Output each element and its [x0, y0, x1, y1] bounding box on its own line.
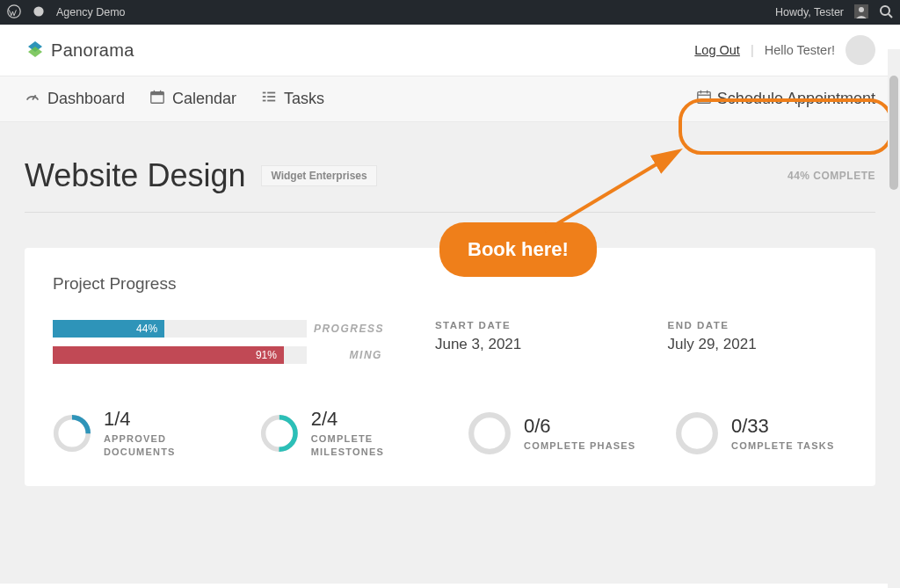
end-date-value: July 29, 2021 [667, 336, 847, 353]
page-title: Website Design [25, 157, 245, 194]
stat-item: 0/6COMPLETE PHASES [468, 408, 640, 460]
brand-mark-icon [25, 40, 46, 61]
header: Panorama Log Out | Hello Tester! [0, 25, 900, 76]
svg-line-5 [889, 14, 892, 18]
wordpress-logo-icon[interactable] [7, 4, 21, 21]
progress-ring-icon [260, 411, 299, 455]
gauge-icon [25, 89, 40, 109]
site-name[interactable]: Agency Demo [56, 6, 126, 18]
svg-rect-14 [267, 92, 275, 94]
list-icon [261, 89, 277, 109]
nav-tasks[interactable]: Tasks [261, 89, 324, 109]
svg-rect-18 [267, 100, 275, 102]
stat-item: 2/4COMPLETE MILESTONES [260, 408, 432, 460]
logout-link[interactable]: Log Out [694, 43, 740, 57]
avatar[interactable] [846, 35, 875, 65]
brand-name: Panorama [51, 40, 134, 61]
svg-rect-17 [263, 100, 266, 102]
title-row: Website Design Widget Enterprises 44% CO… [25, 157, 875, 213]
svg-point-4 [881, 6, 889, 15]
schedule-appointment-button[interactable]: Schedule Appointment [696, 89, 875, 109]
stat-item: 1/4APPROVED DOCUMENTS [53, 408, 225, 460]
stat-value: 0/6 [524, 415, 635, 438]
progress-card: Project Progress 44% PROGRESS [25, 248, 875, 486]
user-area: Log Out | Hello Tester! [694, 35, 875, 65]
site-icon[interactable] [32, 4, 46, 21]
stats-row: 1/4APPROVED DOCUMENTS2/4COMPLETE MILESTO… [53, 408, 847, 460]
wp-user-avatar-icon[interactable] [854, 4, 868, 21]
search-icon[interactable] [879, 4, 893, 21]
schedule-label: Schedule Appointment [717, 90, 875, 108]
calendar-icon [149, 89, 165, 109]
svg-point-1 [33, 6, 43, 16]
progress-bar-fill: 44% [53, 320, 164, 338]
progress-ring-icon [468, 411, 512, 455]
progress-bar-pct: 44% [136, 323, 157, 335]
start-date-label: START DATE [435, 320, 615, 330]
progress-bar-label: PROGRESS [307, 323, 382, 335]
nav-dashboard[interactable]: Dashboard [25, 89, 125, 109]
progress-bars: 44% PROGRESS 91% MING [53, 320, 382, 373]
timing-bar-label: MING [307, 349, 382, 361]
progress-ring-icon [675, 411, 719, 455]
nav-calendar[interactable]: Calendar [149, 89, 236, 109]
timing-bar-fill: 91% [53, 346, 284, 364]
stat-value: 0/33 [731, 415, 834, 438]
main-nav: Dashboard Calendar Tasks Schedule Appoin… [0, 76, 900, 122]
svg-rect-10 [151, 92, 163, 96]
svg-point-3 [859, 7, 864, 12]
progress-ring-icon [53, 411, 91, 455]
start-date-value: June 3, 2021 [435, 336, 615, 353]
nav-dashboard-label: Dashboard [47, 90, 125, 108]
scrollbar-track[interactable] [888, 49, 900, 588]
content-area: Website Design Widget Enterprises 44% CO… [0, 122, 900, 584]
svg-line-31 [545, 152, 677, 231]
user-greeting: Hello Tester! [765, 43, 835, 57]
annotation-arrow-icon [527, 139, 703, 244]
stat-value: 1/4 [104, 408, 225, 431]
divider: | [751, 43, 754, 57]
stat-label: COMPLETE TASKS [731, 439, 834, 453]
timing-bar-pct: 91% [256, 349, 277, 361]
stat-label: COMPLETE MILESTONES [311, 432, 432, 460]
wp-admin-bar: Agency Demo Howdy, Tester [0, 0, 900, 25]
page-shell: Panorama Log Out | Hello Tester! Dashboa… [0, 25, 900, 588]
svg-rect-13 [263, 92, 266, 94]
stat-item: 0/33COMPLETE TASKS [675, 408, 847, 460]
stat-label: APPROVED DOCUMENTS [104, 432, 225, 460]
svg-rect-15 [263, 96, 266, 98]
end-date-block: END DATE July 29, 2021 [667, 320, 847, 373]
calendar-plus-icon [696, 89, 712, 109]
stat-label: COMPLETE PHASES [524, 439, 635, 453]
timing-bar-row: 91% MING [53, 346, 382, 364]
start-date-block: START DATE June 3, 2021 [435, 320, 615, 373]
end-date-label: END DATE [667, 320, 847, 330]
stat-value: 2/4 [311, 408, 432, 431]
svg-point-27 [471, 416, 508, 453]
nav-tasks-label: Tasks [284, 90, 324, 108]
client-badge: Widget Enterprises [261, 165, 376, 186]
svg-rect-16 [267, 96, 275, 98]
svg-point-29 [679, 416, 715, 453]
nav-calendar-label: Calendar [172, 90, 236, 108]
progress-card-title: Project Progress [53, 274, 847, 294]
wp-user-greeting[interactable]: Howdy, Tester [775, 6, 844, 18]
svg-rect-19 [698, 92, 710, 104]
percent-complete: 44% COMPLETE [788, 170, 875, 182]
scrollbar-thumb[interactable] [889, 76, 898, 190]
progress-bar-row: 44% PROGRESS [53, 320, 382, 338]
brand-logo[interactable]: Panorama [25, 40, 134, 61]
